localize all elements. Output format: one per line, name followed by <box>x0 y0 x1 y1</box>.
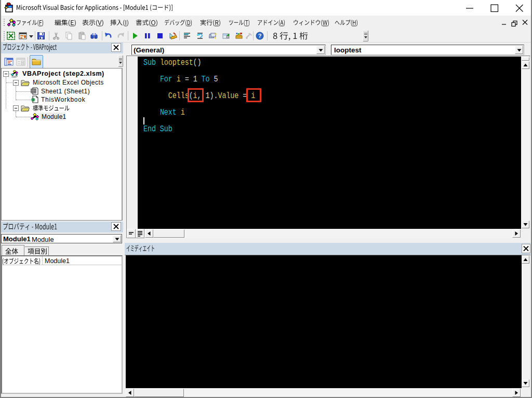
svg-text:?: ? <box>258 33 262 39</box>
